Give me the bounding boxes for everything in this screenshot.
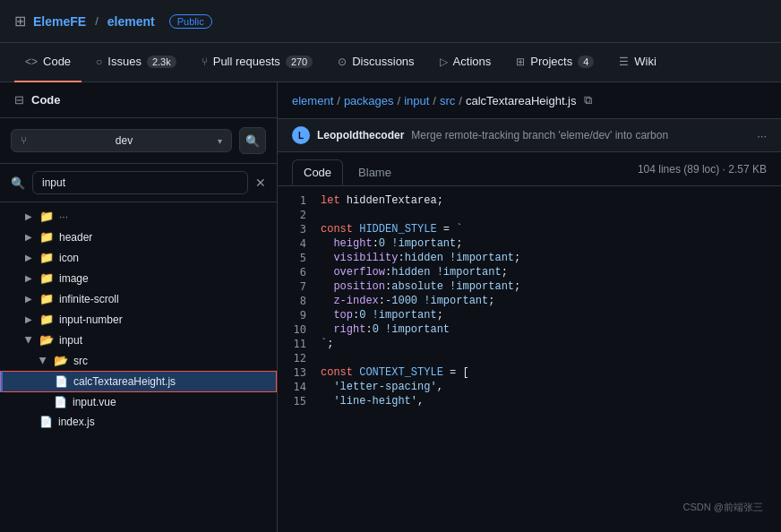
sidebar-title: Code (31, 93, 61, 107)
line-number: 1 (278, 194, 321, 207)
tree-item-label: ··· (59, 210, 68, 223)
tree-item-index-js[interactable]: 📄 index.js (0, 412, 277, 432)
code-tabs: Code Blame 104 lines (89 loc) · 2.57 KB (278, 152, 781, 186)
breadcrumb-packages[interactable]: packages (344, 94, 394, 107)
discussions-tab-label: Discussions (352, 55, 414, 68)
repo-icon: ⊞ (14, 13, 26, 30)
tab-code-view[interactable]: Code (292, 159, 343, 185)
folder-icon: 📁 (39, 292, 54, 305)
line-number: 2 (278, 209, 321, 221)
search-clear-icon[interactable]: ✕ (255, 176, 266, 190)
code-line-2: 2 (278, 208, 781, 222)
breadcrumb-element[interactable]: element (292, 94, 333, 107)
line-number: 11 (278, 338, 321, 350)
pulls-tab-icon: ⑂ (202, 56, 208, 68)
actions-tab-icon: ▷ (440, 56, 448, 68)
breadcrumb: element / packages / input / src / calcT… (278, 82, 781, 119)
commit-author[interactable]: Leopoldthecoder (317, 129, 404, 142)
tab-discussions[interactable]: ⊙ Discussions (327, 43, 425, 82)
tree-item-label: input (59, 334, 82, 347)
line-code: 'line-height', (321, 395, 424, 408)
tree-item-calc-textarea[interactable]: 📄 calcTextareaHeight.js (0, 371, 277, 392)
tree-item-label: input-number (59, 313, 123, 326)
file-icon: 📄 (55, 375, 68, 388)
line-code: position:absolute !important; (321, 280, 520, 293)
avatar: L (292, 126, 310, 144)
breadcrumb-sep-2: / (398, 94, 401, 107)
search-button[interactable]: 🔍 (239, 127, 266, 154)
watermark: CSDN @前端张三 (683, 501, 763, 514)
tab-issues[interactable]: ○ Issues 2.3k (85, 43, 187, 82)
line-number: 6 (278, 266, 321, 279)
line-code: const CONTEXT_STYLE = [ (321, 366, 469, 379)
chevron-right-icon: ▶ (25, 314, 32, 324)
tree-item-icon[interactable]: ▶ 📁 icon (0, 247, 277, 268)
tab-code[interactable]: <> Code (14, 43, 82, 82)
tree-item-input[interactable]: ▶ 📂 input (0, 330, 277, 350)
branch-selector[interactable]: ⑂ dev ▾ (11, 129, 232, 152)
code-line-9: 9 top:0 !important; (278, 308, 781, 322)
line-code: overflow:hidden !important; (321, 266, 508, 279)
search-box-icon: 🔍 (11, 176, 25, 190)
line-code: const HIDDEN_STYLE = ` (321, 223, 462, 236)
issues-tab-badge: 2.3k (147, 56, 176, 68)
tree-item-label: header (59, 231, 92, 244)
commit-more-icon[interactable]: ··· (757, 129, 767, 142)
breadcrumb-current: calcTextareaHeight.js (466, 94, 577, 107)
branch-icon: ⑂ (21, 134, 27, 147)
repo-name[interactable]: element (107, 14, 155, 29)
discussions-tab-icon: ⊙ (338, 56, 347, 68)
chevron-right-icon: ▶ (25, 211, 32, 221)
repo-separator: / (95, 14, 99, 28)
chevron-down-icon: ▾ (218, 136, 222, 146)
chevron-right-icon: ▶ (25, 273, 32, 283)
wiki-tab-icon: ☰ (619, 56, 629, 68)
tree-item-header[interactable]: ▶ 📁 header (0, 227, 277, 247)
copy-path-icon[interactable]: ⧉ (584, 93, 592, 107)
chevron-right-icon: ▶ (25, 232, 32, 242)
folder-icon: 📂 (54, 354, 68, 367)
folder-icon: 📁 (39, 210, 54, 223)
code-line-13: 13 const CONTEXT_STYLE = [ (278, 365, 781, 380)
breadcrumb-src[interactable]: src (440, 94, 455, 107)
blame-view-label: Blame (358, 166, 391, 179)
projects-tab-label: Projects (530, 55, 572, 68)
search-input[interactable] (32, 171, 248, 194)
tree-item-src[interactable]: ▶ 📂 src (0, 350, 277, 371)
public-badge: Public (169, 14, 212, 29)
code-line-11: 11 `; (278, 337, 781, 351)
tree-item-input-vue[interactable]: 📄 input.vue (0, 392, 277, 412)
file-icon: 📄 (39, 416, 53, 428)
code-line-5: 5 visibility:hidden !important; (278, 251, 781, 265)
breadcrumb-input[interactable]: input (404, 94, 429, 107)
tree-item-label: src (73, 355, 88, 367)
nav-tabs: <> Code ○ Issues 2.3k ⑂ Pull requests 27… (0, 43, 781, 82)
tree-item-label: icon (59, 252, 79, 264)
tab-projects[interactable]: ⊞ Projects 4 (505, 43, 605, 82)
tree-item-infinite-scroll[interactable]: ▶ 📁 infinite-scroll (0, 288, 277, 309)
commit-message: Merge remote-tracking branch 'eleme/dev'… (411, 129, 750, 142)
commit-bar: L Leopoldthecoder Merge remote-tracking … (278, 119, 781, 152)
tree-item-form[interactable]: ▶ 📁 ··· (0, 206, 277, 227)
folder-icon: 📁 (39, 313, 54, 326)
code-line-3: 3 const HIDDEN_STYLE = ` (278, 222, 781, 236)
line-code: let hiddenTextarea; (321, 194, 443, 207)
line-code: height:0 !important; (321, 237, 462, 250)
code-tab-icon: <> (25, 56, 38, 68)
tab-blame-view[interactable]: Blame (347, 159, 403, 185)
folder-icon: 📁 (39, 230, 54, 244)
tree-item-label: index.js (58, 416, 95, 428)
line-number: 12 (278, 352, 321, 365)
projects-tab-icon: ⊞ (516, 56, 525, 68)
sidebar: ⊟ Code ⑂ dev ▾ 🔍 🔍 ✕ ▶ 📁 ··· (0, 82, 278, 532)
tree-item-input-number[interactable]: ▶ 📁 input-number (0, 309, 277, 330)
tab-actions[interactable]: ▷ Actions (429, 43, 502, 82)
line-number: 10 (278, 323, 321, 336)
chevron-right-icon: ▶ (25, 253, 32, 262)
tab-pulls[interactable]: ⑂ Pull requests 270 (191, 43, 324, 82)
folder-icon: 📁 (39, 251, 54, 264)
repo-owner[interactable]: ElemeFE (33, 14, 86, 29)
chevron-down-icon: ▶ (24, 337, 34, 344)
tab-wiki[interactable]: ☰ Wiki (608, 43, 667, 82)
tree-item-image[interactable]: ▶ 📁 image (0, 268, 277, 288)
